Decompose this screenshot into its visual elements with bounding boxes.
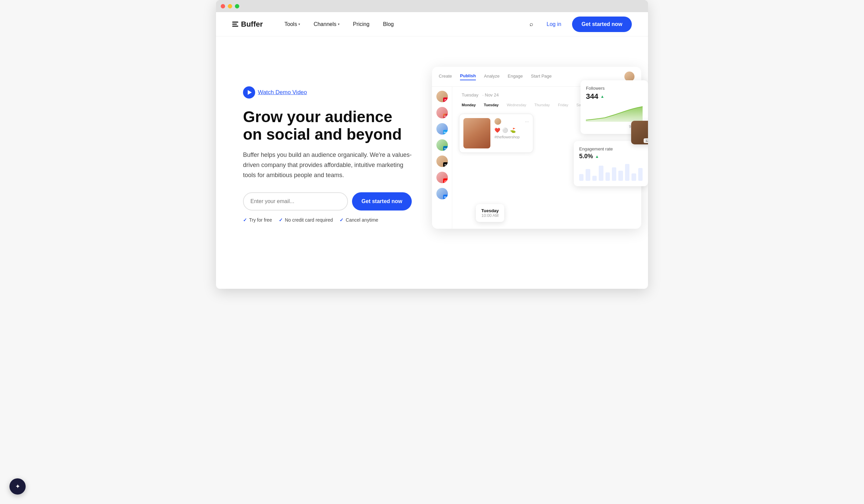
search-icon: ⌕: [529, 21, 533, 27]
bar-9: [632, 173, 636, 181]
bar-8: [625, 164, 629, 181]
tooltip-day: Tuesday: [481, 208, 499, 213]
tooltip-time: 10:00 AM: [481, 213, 499, 218]
hero-left: Watch Demo Video Grow your audience on s…: [243, 86, 412, 223]
watch-demo-link[interactable]: Watch Demo Video: [243, 86, 412, 99]
trend-up-icon: ▲: [600, 94, 604, 99]
followers-chart: [586, 105, 643, 122]
hero-right: Create Publish Analyze Engage Start Page…: [432, 67, 641, 242]
linkedin-badge: in: [443, 146, 448, 151]
dash-nav-publish[interactable]: Publish: [460, 73, 476, 80]
chevron-down-icon: ▾: [338, 22, 339, 26]
hero-cta-button[interactable]: Get started now: [352, 192, 412, 210]
post-options-icon[interactable]: ···: [525, 119, 529, 124]
logo-text: Buffer: [241, 20, 263, 29]
post-meta: ··· ❤️ ⚪ ⛳ #theflowershop: [494, 118, 529, 148]
maximize-dot[interactable]: [235, 4, 239, 9]
bar-7: [618, 171, 623, 181]
post-card: ··· ❤️ ⚪ ⛳ #theflowershop: [459, 114, 533, 153]
flag-icon[interactable]: ⛳: [510, 127, 516, 133]
check-icon-3: ✓: [339, 217, 344, 223]
engagement-rate-value: 5.0% ▲: [579, 153, 643, 160]
hero-subtitle: Buffer helps you build an audience organ…: [243, 150, 412, 180]
sidebar-account-6[interactable]: yt: [436, 172, 448, 183]
circle-icon[interactable]: ⚪: [502, 127, 508, 133]
pinterest-badge: P: [443, 98, 448, 102]
nav-cta-button[interactable]: Get started now: [572, 16, 632, 32]
tiktok-badge: tt: [443, 162, 448, 167]
trust-item-2: ✓ No credit card required: [279, 217, 333, 223]
small-image-card: 12:20 PM: [631, 121, 648, 144]
trust-item-3: ✓ Cancel anytime: [339, 217, 378, 223]
dash-nav-create[interactable]: Create: [439, 74, 452, 80]
login-button[interactable]: Log in: [543, 19, 566, 30]
trust-items: ✓ Try for free ✓ No credit card required…: [243, 217, 412, 223]
cal-day-monday[interactable]: Monday: [459, 101, 479, 108]
nav-item-blog[interactable]: Blog: [378, 19, 399, 30]
logo[interactable]: Buffer: [232, 20, 263, 29]
help-button[interactable]: ✦: [10, 478, 26, 494]
engagement-title: Engagement rate: [579, 146, 643, 151]
dash-nav-analyze[interactable]: Analyze: [484, 74, 500, 80]
facebook-badge: fb: [443, 195, 448, 199]
hero-section: Watch Demo Video Grow your audience on s…: [216, 36, 648, 273]
check-icon-2: ✓: [279, 217, 283, 223]
title-bar: [216, 0, 648, 12]
dash-sidebar: P in tw in tt: [432, 87, 452, 229]
sidebar-account-3[interactable]: tw: [436, 123, 448, 135]
cal-day-tuesday[interactable]: Tuesday: [481, 101, 502, 108]
nav-item-tools[interactable]: Tools ▾: [279, 19, 305, 30]
post-hashtag: #theflowershop: [494, 135, 529, 139]
nav-actions: ⌕ Log in Get started now: [527, 16, 632, 32]
nav-item-pricing[interactable]: Pricing: [348, 19, 375, 30]
engagement-bar-chart: [579, 164, 643, 181]
chevron-down-icon: ▾: [298, 22, 300, 26]
sidebar-account-7[interactable]: fb: [436, 188, 448, 199]
heart-icon[interactable]: ❤️: [494, 127, 500, 133]
watch-demo-text: Watch Demo Video: [258, 89, 307, 96]
bar-3: [592, 176, 597, 181]
bar-4: [599, 165, 603, 181]
followers-title: Followers: [586, 86, 643, 91]
hero-headline: Grow your audience on social and beyond: [243, 108, 412, 144]
post-image: [464, 118, 490, 148]
bar-1: [579, 174, 584, 181]
email-form: Get started now: [243, 192, 412, 210]
nav-links: Tools ▾ Channels ▾ Pricing Blog: [279, 19, 527, 30]
help-icon: ✦: [15, 483, 20, 490]
dash-nav-startpage[interactable]: Start Page: [531, 74, 551, 80]
sidebar-account-1[interactable]: P: [436, 91, 448, 102]
post-author-avatar: [494, 118, 501, 125]
sidebar-account-4[interactable]: in: [436, 139, 448, 151]
bar-6: [612, 167, 616, 181]
followers-count: 344 ▲: [586, 92, 643, 101]
email-input[interactable]: [243, 192, 348, 210]
youtube-badge: yt: [443, 179, 448, 183]
play-icon: [243, 86, 255, 99]
sidebar-account-5[interactable]: tt: [436, 156, 448, 167]
logo-icon: [232, 22, 238, 27]
post-reactions: ❤️ ⚪ ⛳: [494, 127, 529, 133]
bar-10: [638, 168, 643, 181]
engagement-trend-icon: ▲: [595, 154, 599, 159]
minimize-dot[interactable]: [228, 4, 232, 9]
navbar: Buffer Tools ▾ Channels ▾ Pricing Blog: [216, 12, 648, 36]
trust-item-1: ✓ Try for free: [243, 217, 272, 223]
cal-day-wednesday[interactable]: Wednesday: [504, 101, 529, 108]
post-avatar-row: ···: [494, 118, 529, 125]
post-tooltip: Tuesday 10:00 AM: [476, 204, 504, 222]
check-icon-1: ✓: [243, 217, 247, 223]
engagement-card: Engagement rate 5.0% ▲: [574, 141, 648, 186]
cal-day-thursday[interactable]: Thursday: [531, 101, 552, 108]
bar-2: [586, 169, 590, 181]
search-button[interactable]: ⌕: [527, 18, 536, 30]
small-card-time: 12:20 PM: [644, 138, 648, 143]
twitter-badge: tw: [443, 130, 448, 135]
nav-item-channels[interactable]: Channels ▾: [308, 19, 345, 30]
close-dot[interactable]: [221, 4, 225, 9]
instagram-badge: in: [443, 114, 448, 119]
dash-nav-engage[interactable]: Engage: [507, 74, 523, 80]
sidebar-account-2[interactable]: in: [436, 107, 448, 119]
bar-5: [605, 172, 610, 181]
cal-day-friday[interactable]: Friday: [555, 101, 571, 108]
